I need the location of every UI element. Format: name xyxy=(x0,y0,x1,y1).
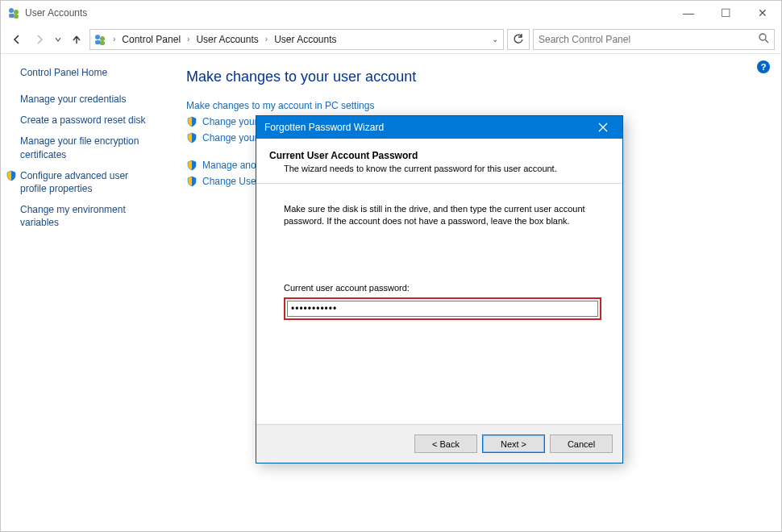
recent-dropdown[interactable] xyxy=(52,30,64,49)
nav-bar: › Control Panel › User Accounts › User A… xyxy=(1,25,781,54)
shield-icon xyxy=(186,132,198,143)
shield-icon xyxy=(186,116,198,127)
link-pc-settings[interactable]: Make changes to my account in PC setting… xyxy=(186,100,757,111)
shield-icon xyxy=(6,170,17,181)
wizard-close-button[interactable] xyxy=(587,118,619,137)
wizard-password-input[interactable] xyxy=(287,301,598,317)
user-accounts-icon xyxy=(94,33,106,46)
breadcrumb-item[interactable]: User Accounts xyxy=(194,32,260,47)
wizard-password-label: Current user account password: xyxy=(284,283,609,293)
wizard-heading: Current User Account Password xyxy=(269,150,609,161)
svg-rect-3 xyxy=(14,15,19,19)
sidebar: Control Panel Home Manage your credentia… xyxy=(1,54,162,531)
wizard-cancel-button[interactable]: Cancel xyxy=(550,434,613,453)
search-box[interactable] xyxy=(533,29,775,50)
wizard-title: Forgotten Password Wizard xyxy=(264,122,587,133)
forgotten-password-wizard: Forgotten Password Wizard Current User A… xyxy=(256,115,623,463)
search-icon[interactable] xyxy=(759,33,769,46)
svg-point-5 xyxy=(100,36,105,41)
maximize-button[interactable]: ☐ xyxy=(707,1,744,25)
wizard-titlebar[interactable]: Forgotten Password Wizard xyxy=(256,116,622,139)
page-title: Make changes to your user account xyxy=(186,69,757,85)
sidebar-link-encryption[interactable]: Manage your file encryption certificates xyxy=(20,135,152,160)
up-button[interactable] xyxy=(67,30,86,49)
refresh-button[interactable] xyxy=(507,29,530,50)
sidebar-link-reset-disk[interactable]: Create a password reset disk xyxy=(20,114,152,127)
breadcrumb-item[interactable]: User Accounts xyxy=(272,32,338,47)
chevron-right-icon: › xyxy=(265,35,268,44)
breadcrumb-item[interactable]: Control Panel xyxy=(120,32,182,47)
svg-line-9 xyxy=(765,39,768,43)
chevron-right-icon: › xyxy=(187,35,189,44)
wizard-instruction: Make sure the disk is still in the drive… xyxy=(284,203,601,228)
window-titlebar: User Accounts — ☐ ✕ xyxy=(1,1,781,25)
svg-rect-6 xyxy=(95,40,101,44)
close-button[interactable]: ✕ xyxy=(744,1,781,25)
wizard-subheading: The wizard needs to know the current pas… xyxy=(284,164,609,173)
back-button[interactable] xyxy=(7,30,27,49)
breadcrumb[interactable]: › Control Panel › User Accounts › User A… xyxy=(89,29,504,50)
sidebar-link-profile-properties[interactable]: Configure advanced user profile properti… xyxy=(20,169,152,195)
svg-point-1 xyxy=(14,10,19,15)
wizard-button-row: < Back Next > Cancel xyxy=(256,424,622,463)
sidebar-link-credentials[interactable]: Manage your credentials xyxy=(20,93,152,106)
svg-rect-2 xyxy=(9,14,15,18)
shield-icon xyxy=(186,176,198,187)
wizard-next-button[interactable]: Next > xyxy=(482,434,545,453)
svg-rect-7 xyxy=(100,41,105,45)
chevron-right-icon: › xyxy=(113,35,115,44)
svg-point-4 xyxy=(95,35,100,39)
window-title: User Accounts xyxy=(25,7,670,19)
control-panel-home-link[interactable]: Control Panel Home xyxy=(20,67,152,78)
shield-icon xyxy=(186,160,198,171)
svg-point-8 xyxy=(759,34,766,40)
svg-point-0 xyxy=(9,8,14,13)
window-controls: — ☐ ✕ xyxy=(670,1,781,25)
minimize-button[interactable]: — xyxy=(670,1,707,25)
wizard-password-highlight xyxy=(284,297,601,320)
breadcrumb-dropdown-icon[interactable]: ⌄ xyxy=(492,35,498,44)
wizard-body: Current User Account Password The wizard… xyxy=(256,139,622,424)
sidebar-item-label: Configure advanced user profile properti… xyxy=(20,170,128,194)
search-input[interactable] xyxy=(539,34,759,45)
sidebar-link-env-vars[interactable]: Change my environment variables xyxy=(20,203,152,229)
user-accounts-icon xyxy=(7,6,20,19)
wizard-back-button[interactable]: < Back xyxy=(414,434,477,453)
forward-button[interactable] xyxy=(30,30,49,49)
wizard-divider xyxy=(256,183,622,184)
